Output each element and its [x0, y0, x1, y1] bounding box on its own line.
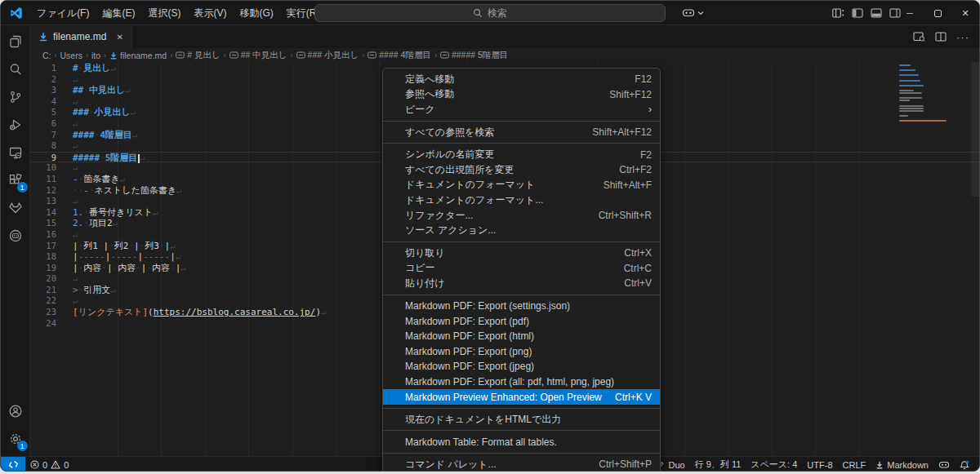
breadcrumb-item[interactable]: filename.md: [109, 51, 167, 60]
maximize-icon: [934, 10, 942, 17]
menu-bar-item-0[interactable]: ファイル(F): [30, 4, 96, 22]
line-number: 4: [30, 96, 56, 108]
context-menu-item[interactable]: リファクター...Ctrl+Shift+R: [383, 208, 660, 224]
breadcrumb-label: Users: [60, 51, 82, 60]
line-number: 16: [30, 229, 56, 241]
line-number: 21: [30, 285, 56, 296]
sidebar-item-search[interactable]: [1, 55, 30, 83]
menu-bar-item-3[interactable]: 表示(V): [187, 4, 233, 22]
breadcrumb-separator: ›: [291, 51, 293, 60]
context-menu-item[interactable]: ソース アクション...: [383, 223, 660, 238]
line-number: 1: [30, 63, 56, 74]
status-item-indentation[interactable]: スペース: 4: [746, 457, 802, 472]
token: ·: [170, 263, 176, 273]
toggle-panel-icon[interactable]: [871, 7, 882, 19]
close-button[interactable]: ✕: [951, 1, 979, 25]
sidebar-item-run-debug[interactable]: [1, 111, 30, 139]
line-content: |·列1·|·列2·|·列3·|↵: [73, 241, 176, 252]
context-menu-item[interactable]: すべての出現箇所を変更Ctrl+F2: [383, 162, 660, 178]
breadcrumb-item[interactable]: ### 小見出し: [296, 50, 359, 61]
sidebar-item-explorer[interactable]: [1, 28, 30, 55]
token: ↵: [125, 85, 131, 95]
context-menu-item[interactable]: ピーク›: [383, 102, 660, 117]
toggle-primary-sidebar-icon[interactable]: [852, 7, 863, 19]
context-menu-item[interactable]: Markdown PDF: Export (settings.json): [383, 299, 660, 314]
accounts-button[interactable]: [1, 397, 30, 425]
sidebar-item-source-control[interactable]: [1, 83, 30, 111]
breadcrumb-separator: ›: [104, 51, 106, 60]
menu-item-label: すべての参照を検索: [405, 126, 579, 140]
status-item-cursor-position[interactable]: 行 9、列 11: [690, 457, 746, 472]
context-menu-item[interactable]: Markdown PDF: Export (all: pdf, html, pn…: [383, 374, 660, 390]
context-menu-item[interactable]: ドキュメントのフォーマットShift+Alt+F: [383, 178, 660, 193]
line-content: ###·小見出し↵: [73, 107, 136, 118]
menu-item-label: 参照へ移動: [405, 87, 596, 101]
menu-item-shortcut: Shift+F12: [609, 89, 652, 100]
customize-layout-icon[interactable]: [832, 7, 844, 19]
breadcrumb-separator: ›: [362, 51, 364, 60]
line-content: ##·中見出し↵: [73, 85, 131, 96]
context-menu-item[interactable]: Markdown PDF: Export (html): [383, 329, 660, 344]
context-menu-item[interactable]: ドキュメントのフォーマット...: [383, 193, 660, 208]
breadcrumb-item[interactable]: ## 中見出し: [229, 50, 287, 61]
context-menu-item[interactable]: 参照へ移動Shift+F12: [383, 87, 660, 103]
editor-scrollbar[interactable]: [971, 62, 979, 197]
menu-item-shortcut: Ctrl+K V: [615, 392, 652, 403]
problems-status[interactable]: 00: [25, 457, 74, 472]
menu-bar-item-2[interactable]: 選択(S): [141, 4, 187, 22]
sidebar-item-gitlab-workflow[interactable]: [1, 194, 30, 222]
context-menu-item[interactable]: シンボルの名前変更F2: [383, 147, 660, 162]
breadcrumb-item[interactable]: C:: [42, 51, 51, 60]
status-item-eol-sequence[interactable]: CRLF: [838, 457, 871, 472]
context-menu-item[interactable]: 貼り付けCtrl+V: [383, 276, 660, 291]
context-menu-item[interactable]: すべての参照を検索Shift+Alt+F12: [383, 125, 660, 140]
split-editor-icon[interactable]: [935, 31, 947, 42]
more-actions-icon[interactable]: ···: [956, 31, 969, 43]
status-item-encoding[interactable]: UTF-8: [802, 457, 837, 472]
breadcrumb-item[interactable]: ito: [91, 51, 100, 60]
menu-bar-item-4[interactable]: 移動(G): [233, 4, 279, 22]
tab-filename-md[interactable]: filename.md ✕: [30, 25, 132, 48]
token: ↵: [131, 107, 136, 117]
context-menu-item[interactable]: 切り取りCtrl+X: [383, 246, 660, 261]
status-item-language-mode[interactable]: Markdown: [871, 457, 933, 472]
line-content: [リンクテキスト](https://bsblog.casareal.co.jp/…: [73, 307, 327, 318]
command-center-search[interactable]: 検索: [314, 4, 666, 22]
context-menu-item[interactable]: 現在のドキュメントをHTMLで出力: [383, 412, 660, 427]
tab-close-icon[interactable]: ✕: [116, 33, 122, 42]
line-content: |-----|-----|-----|↵: [73, 251, 181, 263]
breadcrumb-item[interactable]: #### 4階層目: [368, 50, 431, 61]
breadcrumb-item[interactable]: ##### 5階層目: [440, 50, 508, 61]
line-content: ↵: [73, 96, 78, 108]
context-menu-item[interactable]: コピーCtrl+C: [383, 261, 660, 277]
sidebar-item-gitlab-duo-chat[interactable]: [1, 222, 30, 250]
menu-bar-item-1[interactable]: 編集(E): [96, 4, 141, 22]
breadcrumb-label: # 見出し: [187, 50, 220, 61]
token: ↵: [111, 63, 117, 73]
context-menu-item[interactable]: Markdown Preview Enhanced: Open Preview …: [383, 389, 660, 405]
context-menu-item[interactable]: 定義へ移動F12: [383, 72, 660, 87]
copilot-menu-button[interactable]: [682, 7, 704, 18]
status-item-copilot[interactable]: [933, 457, 955, 472]
status-item-notifications[interactable]: [955, 457, 974, 472]
open-preview-side-icon[interactable]: [913, 31, 925, 42]
token: |: [73, 251, 78, 262]
remote-indicator[interactable]: [1, 457, 25, 472]
sidebar-item-remote-explorer[interactable]: [1, 139, 30, 166]
breadcrumb-item[interactable]: Users: [60, 51, 82, 60]
token: ·: [128, 241, 134, 251]
minimap[interactable]: [898, 64, 969, 228]
breadcrumb-item[interactable]: # 見出し: [176, 50, 220, 61]
token: ·: [83, 207, 89, 218]
sidebar-item-extensions[interactable]: 1: [1, 166, 30, 194]
context-menu-item[interactable]: Markdown PDF: Export (pdf): [383, 313, 660, 329]
context-menu-item[interactable]: Markdown PDF: Export (jpeg): [383, 359, 660, 374]
minimize-button[interactable]: ─: [896, 1, 924, 25]
menu-item-label: リファクター...: [405, 209, 586, 223]
maximize-button[interactable]: [924, 1, 951, 25]
context-menu-item[interactable]: Markdown Table: Format all tables.: [383, 434, 660, 450]
context-menu-item[interactable]: コマンド パレット...Ctrl+Shift+P: [383, 457, 660, 472]
token: ): [315, 307, 321, 317]
settings-gear-button[interactable]: 1: [1, 425, 30, 453]
context-menu-item[interactable]: Markdown PDF: Export (png): [383, 344, 660, 360]
